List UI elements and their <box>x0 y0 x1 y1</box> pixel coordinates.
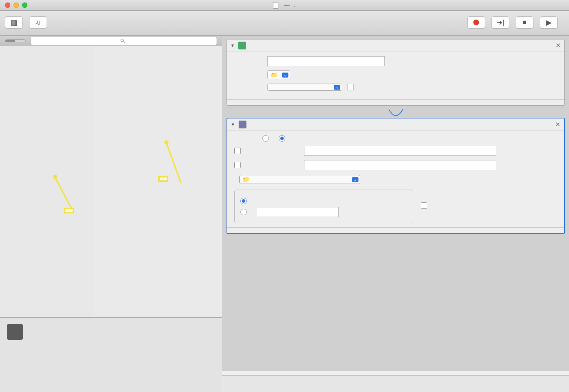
library-tabs <box>5 39 26 42</box>
workflow-area[interactable]: ▼ ✕ 📁 ⌄ <box>222 36 569 371</box>
document-icon <box>273 2 278 9</box>
footer-input[interactable] <box>304 160 496 170</box>
window-title[interactable]: — ⌄ <box>273 2 296 9</box>
search-icon <box>121 39 125 43</box>
run-button[interactable]: ▶ <box>540 16 558 30</box>
log-table <box>222 371 569 392</box>
toolbar: ▥ ♫ ➔| ■ ▶ <box>0 11 569 36</box>
caret-icon: ⌄ <box>352 177 358 182</box>
duration-header[interactable] <box>512 371 569 375</box>
plain-text-radio[interactable] <box>262 135 269 142</box>
workflow-panel: ▼ ✕ 📁 ⌄ <box>222 36 569 392</box>
workflow-step-extract-pdf-text[interactable]: ▼ ✕ <box>227 118 565 234</box>
folder-icon: 📁 <box>271 71 278 78</box>
save-output-select[interactable]: 📁 ⌄ <box>239 175 360 184</box>
action-list[interactable] <box>94 46 222 317</box>
add-header-checkbox[interactable] <box>234 148 241 154</box>
custom-name-input[interactable] <box>257 207 339 217</box>
replace-existing-checkbox[interactable] <box>421 202 427 209</box>
media-button[interactable]: ♫ <box>29 16 47 30</box>
record-icon <box>467 16 485 28</box>
library-panel <box>0 36 222 392</box>
titlebar: — ⌄ <box>0 0 569 11</box>
step-icon: ➔| <box>491 16 509 28</box>
library-toggle-button[interactable]: ▥ <box>5 16 23 30</box>
disclosure-triangle-icon[interactable]: ▼ <box>231 122 235 127</box>
start-at-select[interactable]: 📁 ⌄ <box>267 70 290 79</box>
sidebar-icon: ▥ <box>5 16 23 28</box>
close-window-button[interactable] <box>5 2 10 8</box>
tab-variables[interactable] <box>15 40 25 42</box>
svg-line-1 <box>123 41 125 43</box>
play-icon: ▶ <box>540 16 558 28</box>
output-filename-group <box>234 190 412 223</box>
stop-button[interactable]: ■ <box>516 16 533 30</box>
tab-actions[interactable] <box>5 40 15 42</box>
action-big-icon <box>7 324 23 340</box>
close-icon[interactable]: ✕ <box>555 42 561 49</box>
document-state: — <box>284 2 290 9</box>
type-select[interactable]: ⌄ <box>267 84 342 91</box>
pdf-icon <box>239 121 246 128</box>
description-panel <box>0 317 222 392</box>
prompt-input[interactable] <box>267 56 385 66</box>
close-icon[interactable]: ✕ <box>555 121 560 128</box>
search-input[interactable] <box>31 37 217 45</box>
rich-text-radio[interactable] <box>279 135 285 142</box>
media-icon: ♫ <box>29 16 47 28</box>
custom-name-radio[interactable] <box>240 209 247 215</box>
chevron-down-icon: ⌄ <box>293 3 296 8</box>
disclosure-triangle-icon[interactable]: ▼ <box>230 43 235 48</box>
svg-point-0 <box>121 39 124 42</box>
connector-icon <box>227 109 565 116</box>
minimize-window-button[interactable] <box>14 2 19 8</box>
add-footer-checkbox[interactable] <box>234 162 241 168</box>
caret-icon: ⌄ <box>282 73 288 78</box>
caret-icon: ⌄ <box>334 85 340 90</box>
header-input[interactable] <box>304 146 496 156</box>
allow-multiple-checkbox[interactable] <box>347 84 353 90</box>
folder-icon: 📁 <box>243 176 250 182</box>
log-header[interactable] <box>222 371 512 375</box>
finder-icon <box>238 42 246 49</box>
same-name-radio[interactable] <box>240 198 247 204</box>
category-list[interactable] <box>0 46 94 317</box>
step-button[interactable]: ➔| <box>491 16 509 30</box>
zoom-window-button[interactable] <box>22 2 27 8</box>
workflow-step-ask-finder[interactable]: ▼ ✕ 📁 ⌄ <box>227 39 565 106</box>
record-button[interactable] <box>467 16 485 30</box>
stop-icon: ■ <box>516 16 533 28</box>
